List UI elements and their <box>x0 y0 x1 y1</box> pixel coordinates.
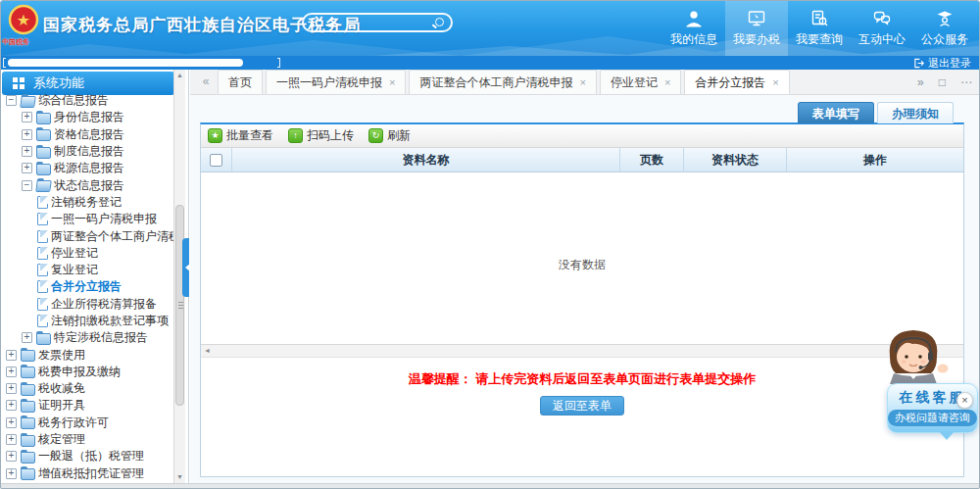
close-icon[interactable]: × <box>389 76 395 88</box>
sidebar-collapse-handle[interactable] <box>182 238 189 297</box>
tab-form-fill[interactable]: 表单填写 <box>798 102 874 123</box>
tab-overflow-icon[interactable]: » <box>917 75 924 89</box>
tree-item-label: 证明开具 <box>38 397 85 414</box>
tree-expander-icon[interactable]: + <box>6 350 17 361</box>
tree-node-icon <box>21 452 35 464</box>
tree-item[interactable]: + 税费申报及缴纳 <box>0 364 173 380</box>
tree-expander-icon[interactable]: − <box>22 180 32 191</box>
batch-view-button[interactable]: ★ 批量查看 <box>208 127 273 144</box>
tree-expander-icon[interactable]: + <box>6 383 17 394</box>
tab-hebing-fenli[interactable]: 合并分立报告 × <box>684 70 789 94</box>
tree-expander-icon[interactable]: + <box>6 417 17 428</box>
tree-expander-icon[interactable]: + <box>6 468 17 479</box>
tree-item[interactable]: + 核定管理 <box>0 431 173 448</box>
tree-item[interactable]: + 一般退（抵）税管理 <box>0 448 173 465</box>
select-all-checkbox[interactable] <box>210 154 222 167</box>
search-icon[interactable] <box>435 18 444 26</box>
tree-item[interactable]: 一照一码户清税申报 <box>0 211 173 227</box>
tree-item[interactable]: + 税收减免 <box>0 380 173 397</box>
tree-item[interactable]: + 资格信息报告 <box>0 126 173 143</box>
tree-item-label: 两证整合个体工商户清税申报 <box>51 228 173 245</box>
tab-home[interactable]: 首页 <box>218 70 263 94</box>
header-search-box[interactable] <box>302 13 453 32</box>
top-navigation: 我的信息 我要办税 我要查询 <box>662 0 976 56</box>
service-agent-avatar[interactable] <box>866 325 960 388</box>
close-icon[interactable]: × <box>772 76 778 88</box>
nav-my-info[interactable]: 我的信息 <box>662 0 725 56</box>
scroll-left-small-icon[interactable]: ◄ <box>204 347 211 354</box>
tab-yizhao-yima[interactable]: 一照一码户清税申报 × <box>266 70 406 94</box>
header-cell-name: 资料名称 <box>232 148 620 171</box>
nav-interaction-center[interactable]: 互动中心 <box>851 0 913 56</box>
scroll-up-icon[interactable]: ▲ <box>174 70 185 81</box>
svg-text:★: ★ <box>17 12 30 28</box>
tree-item[interactable]: + 发票使用 <box>0 346 173 363</box>
tab-scroll-left-icon[interactable]: « <box>194 70 218 94</box>
tree-expander-icon[interactable]: + <box>6 400 17 411</box>
tab-instructions[interactable]: 办理须知 <box>877 102 954 123</box>
maximize-icon[interactable]: □ <box>939 75 946 89</box>
logo-caption: 中国税务 <box>2 37 47 47</box>
tree-item[interactable]: + 制度信息报告 <box>0 143 173 160</box>
tree-item[interactable]: − 状态信息报告 <box>0 176 173 193</box>
tree-item[interactable]: 两证整合个体工商户清税申报 <box>0 227 173 244</box>
tab-label: 合并分立报告 <box>695 74 765 91</box>
tree-expander-icon[interactable]: + <box>6 434 17 445</box>
tree-item[interactable]: + 特定涉税信息报告 <box>0 329 173 346</box>
tab-liangzheng[interactable]: 两证整合个体工商户清税申报 × <box>409 70 596 94</box>
tree-item-label: 税收减免 <box>38 380 85 397</box>
refresh-button[interactable]: ↻ 刷新 <box>368 127 411 144</box>
tree-expander-icon[interactable]: + <box>22 163 32 173</box>
tree-item[interactable]: + 税务行政许可 <box>0 415 173 431</box>
horizontal-scrollbar-thumb[interactable] <box>8 59 243 67</box>
nav-query[interactable]: 我要查询 <box>788 0 851 56</box>
tree-item-label: 综合信息报告 <box>38 92 109 109</box>
tree-expander-icon[interactable]: + <box>6 451 17 462</box>
tree-node-icon <box>36 113 51 124</box>
search-input[interactable] <box>312 15 429 30</box>
scan-upload-button[interactable]: ↑ 扫码上传 <box>288 127 354 144</box>
tree-item[interactable]: 注销扣缴税款登记事项 <box>0 313 173 329</box>
user-icon <box>684 9 704 28</box>
close-icon[interactable]: × <box>664 76 670 88</box>
back-to-form-button[interactable]: 返回至表单 <box>540 396 624 416</box>
tree-node-icon <box>21 401 35 413</box>
tree-expander-icon[interactable]: + <box>22 112 32 122</box>
tree-expander-icon[interactable]: − <box>6 95 17 106</box>
service-close-icon[interactable]: × <box>956 392 973 409</box>
sidebar-scrollbar-thumb[interactable] <box>175 205 184 406</box>
header-cell-operation: 操作 <box>787 148 963 171</box>
tab-tingye[interactable]: 停业登记 × <box>600 70 681 94</box>
logout-button[interactable]: 退出登录 <box>913 56 971 70</box>
tree-item[interactable]: + 税源信息报告 <box>0 160 173 176</box>
tree-item[interactable]: − 综合信息报告 <box>0 92 173 109</box>
table-horizontal-scrollbar[interactable]: ◄ <box>201 345 963 358</box>
tree-item-label: 发票使用 <box>38 347 85 364</box>
tree-item[interactable]: 复业登记 <box>0 262 173 278</box>
tree-item[interactable]: 企业所得税清算报备 <box>0 296 173 313</box>
consult-button[interactable]: 办税问题请咨询 <box>888 410 977 426</box>
nav-public-service[interactable]: 公众服务 <box>913 0 976 56</box>
tree-item[interactable]: + 证明开具 <box>0 397 173 414</box>
tree-expander-icon[interactable]: + <box>22 129 32 140</box>
tree-node-icon <box>36 333 51 345</box>
tree-expander-icon[interactable]: + <box>6 367 17 377</box>
tree-node-icon <box>37 247 48 260</box>
tree-item-label: 停业登记 <box>51 245 98 262</box>
tree-item[interactable]: 注销税务登记 <box>0 194 173 211</box>
empty-state-text: 没有数据 <box>201 257 963 273</box>
nav-do-tax[interactable]: 我要办税 <box>725 0 788 56</box>
tree-node-icon <box>35 180 52 192</box>
tree-item[interactable]: + 身份信息报告 <box>0 109 173 125</box>
tree-item[interactable]: 停业登记 <box>0 245 173 262</box>
tree-expander-icon[interactable]: + <box>22 332 32 343</box>
tree-item[interactable]: + 增值税抵扣凭证管理 <box>0 465 173 482</box>
tab-label: 一照一码户清税申报 <box>276 74 382 91</box>
tree-item[interactable]: 合并分立报告 <box>0 278 173 295</box>
more-menu-icon[interactable]: ⋯ <box>960 75 972 89</box>
tabbar-controls: » □ ⋯ <box>917 70 972 95</box>
close-icon[interactable]: × <box>579 76 585 88</box>
scroll-down-icon[interactable]: ▼ <box>174 471 185 483</box>
tree-expander-icon[interactable]: + <box>22 146 32 157</box>
sub-header-bar: 退出登录 <box>0 56 980 70</box>
